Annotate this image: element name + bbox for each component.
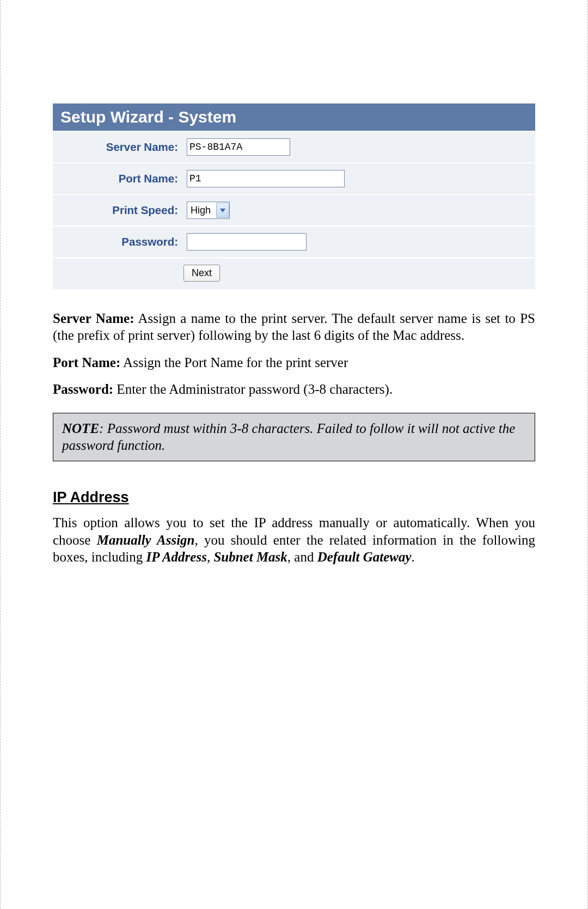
wizard-footer: Next: [53, 257, 535, 289]
default-gateway-term: Default Gateway: [317, 550, 412, 564]
ip-address-heading: IP Address: [53, 489, 535, 507]
note-label: NOTE: [62, 421, 99, 436]
label-server-name: Server Name:: [53, 141, 182, 154]
desc-port-name-text: Assign the Port Name for the print serve…: [120, 355, 348, 370]
ip-period: .: [412, 550, 415, 564]
desc-password-text: Enter the Administrator password (3-8 ch…: [113, 382, 393, 396]
port-name-input[interactable]: [187, 170, 345, 187]
document-page: Setup Wizard - System Server Name: Port …: [0, 0, 588, 909]
row-port-name: Port Name:: [53, 162, 535, 194]
desc-server-name: Server Name: Assign a name to the print …: [53, 310, 535, 344]
desc-port-name-label: Port Name:: [53, 355, 120, 370]
field-print-speed: High: [182, 196, 535, 224]
ip-comma1: ,: [207, 550, 214, 564]
wizard-title: Setup Wizard - System: [53, 103, 535, 131]
server-name-input[interactable]: [187, 138, 290, 156]
ip-manually-assign: Manually Assign: [97, 533, 195, 547]
ip-address-paragraph: This option allows you to set the IP add…: [53, 514, 535, 565]
field-password: [182, 228, 535, 256]
row-password: Password:: [53, 225, 535, 257]
print-speed-select[interactable]: High: [187, 202, 230, 219]
row-print-speed: Print Speed: High: [53, 194, 535, 225]
ip-address-term: IP Address: [146, 550, 207, 564]
ip-comma2: , and: [287, 550, 317, 564]
desc-port-name: Port Name: Assign the Port Name for the …: [53, 354, 535, 371]
print-speed-value: High: [191, 205, 211, 216]
desc-password-label: Password:: [53, 382, 113, 396]
password-input[interactable]: [187, 233, 307, 251]
next-button[interactable]: Next: [183, 265, 220, 282]
chevron-down-icon: [216, 203, 229, 218]
description-block: Server Name: Assign a name to the print …: [53, 310, 535, 565]
label-print-speed: Print Speed:: [53, 204, 182, 217]
label-password: Password:: [53, 235, 182, 248]
setup-wizard-panel: Setup Wizard - System Server Name: Port …: [53, 103, 535, 289]
desc-password: Password: Enter the Administrator passwo…: [53, 381, 535, 398]
label-port-name: Port Name:: [53, 172, 182, 185]
note-box: NOTE: Password must within 3-8 character…: [53, 413, 535, 461]
subnet-mask-term: Subnet Mask: [213, 550, 287, 564]
field-server-name: [182, 133, 535, 161]
row-server-name: Server Name:: [53, 131, 535, 162]
note-text: : Password must within 3-8 characters. F…: [62, 421, 515, 453]
desc-server-name-label: Server Name:: [53, 311, 134, 326]
field-port-name: [182, 164, 535, 193]
